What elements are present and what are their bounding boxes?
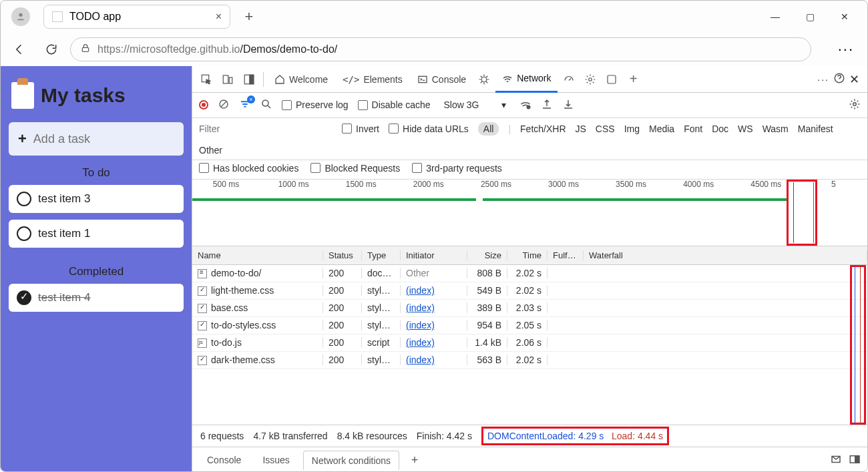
add-task-input[interactable]: + bbox=[9, 122, 184, 156]
filter-type[interactable]: Manifest bbox=[798, 124, 833, 134]
app-icon[interactable] bbox=[602, 69, 622, 89]
devtools-panel: Welcome </>Elements Console Network + ··… bbox=[192, 66, 867, 472]
task-item[interactable]: test item 1 bbox=[9, 220, 184, 248]
task-item[interactable]: test item 3 bbox=[9, 185, 184, 213]
filter-type[interactable]: Img bbox=[624, 124, 640, 134]
close-devtools-icon[interactable]: ✕ bbox=[849, 72, 859, 87]
filter-type[interactable]: WS bbox=[738, 124, 753, 134]
browser-menu-icon[interactable]: ··· bbox=[830, 41, 862, 58]
export-har-icon[interactable] bbox=[562, 98, 574, 112]
window-maximize-icon[interactable]: ▢ bbox=[801, 11, 819, 22]
drawer-add-icon[interactable]: + bbox=[405, 450, 425, 470]
network-status-bar: 6 requests 4.7 kB transferred 8.4 kB res… bbox=[192, 425, 867, 447]
add-tab-icon[interactable]: + bbox=[623, 69, 643, 89]
initiator-link[interactable]: (index) bbox=[406, 355, 435, 365]
filter-type-all[interactable]: All bbox=[478, 122, 499, 136]
svg-point-0 bbox=[19, 13, 22, 17]
file-css-icon bbox=[198, 286, 207, 296]
help-icon[interactable] bbox=[833, 72, 845, 86]
plus-icon: + bbox=[18, 130, 27, 148]
disable-cache-checkbox[interactable]: Disable cache bbox=[358, 99, 431, 110]
window-minimize-icon[interactable]: — bbox=[766, 11, 785, 22]
tab-elements[interactable]: </>Elements bbox=[336, 66, 409, 93]
svg-point-14 bbox=[527, 105, 531, 109]
overview-highlight bbox=[787, 180, 817, 246]
network-row[interactable]: to-do-styles.css200styles…(index)954 B2.… bbox=[192, 317, 867, 334]
throttle-select[interactable]: Slow 3G ▾ bbox=[440, 97, 511, 112]
initiator-link[interactable]: (index) bbox=[406, 285, 435, 296]
import-har-icon[interactable] bbox=[541, 98, 553, 112]
network-row[interactable]: demo-to-do/200docu…Other808 B2.02 s bbox=[192, 265, 867, 282]
tab-console[interactable]: Console bbox=[411, 66, 473, 93]
network-row[interactable]: dark-theme.css200styles…(index)563 B2.02… bbox=[192, 352, 867, 369]
drawer-dock-icon[interactable] bbox=[849, 453, 861, 467]
svg-rect-3 bbox=[223, 75, 228, 83]
task-checkbox-checked[interactable] bbox=[17, 290, 31, 305]
drawer-tab-console[interactable]: Console bbox=[199, 451, 249, 469]
filter-type[interactable]: CSS bbox=[596, 124, 615, 134]
new-tab-button[interactable]: + bbox=[238, 6, 260, 27]
dock-icon[interactable] bbox=[239, 69, 259, 89]
preserve-log-checkbox[interactable]: Preserve log bbox=[282, 99, 349, 110]
back-button[interactable] bbox=[6, 36, 33, 63]
drawer-tab-netcond[interactable]: Network conditions bbox=[303, 451, 399, 470]
more-tools-icon[interactable]: ··· bbox=[817, 74, 829, 85]
has-blocked-cookies-checkbox[interactable]: Has blocked cookies bbox=[199, 163, 298, 174]
filter-toggle-icon[interactable]: × bbox=[239, 98, 251, 112]
settings-gear-icon[interactable] bbox=[580, 69, 600, 89]
filter-type[interactable]: JS bbox=[576, 124, 586, 134]
network-overview[interactable]: 500 ms 1000 ms 1500 ms 2000 ms 2500 ms 3… bbox=[192, 180, 867, 246]
profile-avatar[interactable] bbox=[11, 7, 30, 26]
task-checkbox[interactable] bbox=[17, 226, 31, 241]
initiator-link[interactable]: (index) bbox=[406, 302, 435, 313]
hide-data-urls-checkbox[interactable]: Hide data URLs bbox=[389, 124, 469, 134]
clear-button[interactable] bbox=[218, 98, 230, 112]
performance-icon[interactable] bbox=[559, 69, 579, 89]
drawer-tab-issues[interactable]: Issues bbox=[254, 451, 297, 469]
network-row[interactable]: to-do.js200script(index)1.4 kB2.06 s bbox=[192, 334, 867, 352]
filter-type[interactable]: Wasm bbox=[763, 124, 789, 134]
search-icon[interactable] bbox=[260, 98, 272, 112]
task-checkbox[interactable] bbox=[17, 192, 31, 206]
network-settings-icon[interactable] bbox=[849, 98, 861, 112]
invert-checkbox[interactable]: Invert bbox=[342, 124, 379, 134]
initiator-link[interactable]: (index) bbox=[406, 337, 435, 348]
network-row[interactable]: light-theme.css200styles…(index)549 B2.0… bbox=[192, 282, 867, 300]
drawer-expand-icon[interactable] bbox=[830, 453, 842, 467]
add-task-field[interactable] bbox=[33, 132, 188, 146]
inspect-icon[interactable] bbox=[196, 69, 216, 89]
debugger-icon[interactable] bbox=[474, 69, 494, 89]
blocked-requests-checkbox[interactable]: Blocked Requests bbox=[310, 163, 400, 174]
svg-rect-7 bbox=[419, 76, 427, 82]
record-button[interactable] bbox=[199, 100, 208, 109]
app-title: My tasks bbox=[41, 84, 126, 107]
initiator-link[interactable]: (index) bbox=[406, 320, 435, 330]
browser-tab[interactable]: TODO app × bbox=[43, 5, 230, 29]
third-party-checkbox[interactable]: 3rd-party requests bbox=[412, 163, 502, 174]
address-bar[interactable]: https://microsoftedge.github.io/Demos/de… bbox=[70, 37, 811, 61]
tab-close-icon[interactable]: × bbox=[216, 11, 222, 23]
todo-section-label: To do bbox=[9, 156, 184, 185]
filter-input[interactable] bbox=[199, 124, 333, 134]
network-row[interactable]: base.css200styles…(index)389 B2.03 s bbox=[192, 300, 867, 317]
clipboard-icon bbox=[11, 82, 34, 109]
network-conditions-icon[interactable] bbox=[519, 98, 531, 112]
task-item-done[interactable]: test item 4 bbox=[9, 284, 184, 312]
todo-app: My tasks + To do test item 3 test item 1… bbox=[1, 66, 192, 472]
device-toggle-icon[interactable] bbox=[218, 69, 238, 89]
stat-transferred: 4.7 kB transferred bbox=[253, 431, 327, 441]
tab-favicon bbox=[52, 11, 63, 22]
filter-type[interactable]: Font bbox=[684, 124, 702, 134]
tab-welcome[interactable]: Welcome bbox=[268, 66, 335, 93]
url-path: /Demos/demo-to-do/ bbox=[240, 43, 337, 55]
filter-type[interactable]: Fetch/XHR bbox=[520, 124, 566, 134]
devtools-drawer: Console Issues Network conditions + bbox=[192, 447, 867, 472]
filter-type[interactable]: Other bbox=[199, 145, 222, 156]
tab-network[interactable]: Network bbox=[495, 66, 558, 93]
window-close-icon[interactable]: ✕ bbox=[835, 11, 854, 22]
completed-section-label: Completed bbox=[9, 254, 184, 284]
refresh-button[interactable] bbox=[38, 36, 65, 63]
svg-rect-6 bbox=[250, 75, 254, 84]
filter-type[interactable]: Doc bbox=[712, 124, 728, 134]
filter-type[interactable]: Media bbox=[649, 124, 674, 134]
